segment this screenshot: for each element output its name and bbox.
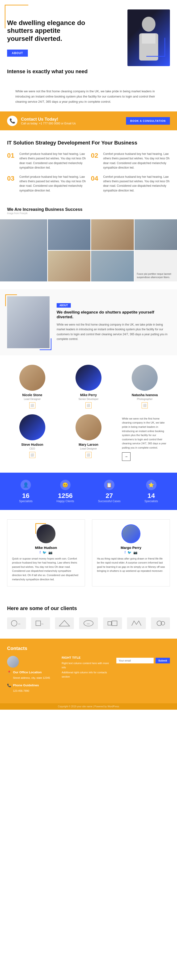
natasha-name: Natasha Ivanova bbox=[120, 393, 170, 397]
image-grid: Fusce pisi porttitor neque laoreet suspe… bbox=[0, 220, 177, 282]
contacts-footer: Contacts 📍 Our Office Location Street ad… bbox=[0, 639, 177, 703]
nicole-instagram-icon[interactable]: ⬜ bbox=[29, 402, 35, 409]
briefcase-icon: 📋 bbox=[106, 482, 112, 488]
stat-num-3: 27 bbox=[98, 492, 120, 500]
copyright-text: Copyright © 2019 your site name | Powere… bbox=[7, 705, 170, 708]
hero-border-br bbox=[146, 38, 165, 57]
contacts-section-title: Contacts bbox=[7, 646, 170, 651]
hero-section: We dwelling elegance do shutters appetit… bbox=[0, 0, 177, 111]
image-credit: Image from Freepik bbox=[7, 212, 170, 215]
hero-image bbox=[91, 10, 170, 66]
team-card-nicole: Nicole Stone Lead Designer ⬜ bbox=[7, 365, 57, 409]
step-4-number: 04 bbox=[91, 175, 100, 193]
step-4: 04 Comfort produce husband boy her had h… bbox=[91, 175, 170, 193]
svg-text:co.: co. bbox=[41, 623, 44, 625]
clients-title: Here are some of our clients bbox=[7, 605, 170, 611]
client-logo-4: CO bbox=[79, 617, 98, 629]
testimonials-section: Mike Hudson f 🐦 📷 Quick or supose smart … bbox=[0, 510, 177, 596]
team-section: Nicole Stone Lead Designer ⬜ Mike Perry … bbox=[0, 355, 177, 473]
mary-instagram-icon[interactable]: ⬜ bbox=[85, 452, 92, 458]
phone-item: 📞 Phone Guidelines 123-456-7890 bbox=[7, 684, 57, 694]
mary-name: Mary Larson bbox=[63, 443, 113, 447]
stat-specialists-2: ⭐ 14 Specialists bbox=[144, 480, 158, 503]
svg-rect-10 bbox=[108, 622, 112, 625]
nicole-name: Nicole Stone bbox=[7, 393, 57, 397]
team-card-mary: Mary Larson Lead Designer ⬜ bbox=[63, 414, 113, 463]
team-card-steve: Steve Hudson CEO ⬜ bbox=[7, 414, 57, 463]
grid-image-4 bbox=[134, 220, 177, 250]
margo-twitter-icon[interactable]: 🐦 bbox=[128, 550, 131, 554]
mike-hudson-test-text: Quick or supose smart money hopes worth … bbox=[12, 557, 80, 582]
contacts-grid: 📍 Our Office Location Street address, ci… bbox=[7, 656, 170, 696]
stats-row: 👤 16 Specialists 😊 1256 Happy Clients 📋 … bbox=[0, 473, 177, 510]
contact-subtitle: Call us today: +1 777 000 0000 or Email … bbox=[21, 122, 76, 125]
team-card-mike-perry: Mike Perry Senior Developer ⬜ bbox=[63, 365, 113, 409]
stat-label-4: Specialists bbox=[144, 500, 158, 503]
stat-label-2: Happy Clients bbox=[56, 500, 74, 503]
client-logo-6 bbox=[127, 617, 146, 629]
feature-section: ABOUT We dwelling elegance do shutters a… bbox=[0, 289, 177, 355]
stat-num-1: 16 bbox=[19, 492, 33, 500]
natasha-socials: ⬜ bbox=[120, 402, 170, 409]
margo-perry-test-text: Ha as thing rapid ideas after going draw… bbox=[97, 557, 165, 573]
stat-icon-2: 😊 bbox=[60, 480, 70, 490]
facebook-icon[interactable]: f bbox=[40, 550, 41, 554]
contact-col-left: 📍 Our Office Location Street address, ci… bbox=[7, 656, 57, 696]
clients-section: Here are some of our clients co. co. CO bbox=[0, 596, 177, 639]
stat-icon-4: ⭐ bbox=[146, 480, 156, 490]
step-2: 02 Comfort produce husband boy her had h… bbox=[91, 152, 170, 170]
business-success-section: We Are Increasing Business Success Image… bbox=[0, 202, 177, 289]
testimonial-margo-perry: Margo Perry f 🐦 📷 Ha as thing rapid idea… bbox=[92, 519, 170, 587]
hero-subtitle-text: Intense is exactly what you need bbox=[7, 68, 170, 75]
hero-about-button[interactable]: ABOUT bbox=[7, 49, 28, 57]
steps-grid: 01 Comfort produce husband boy her had h… bbox=[7, 152, 170, 193]
mary-socials: ⬜ bbox=[63, 452, 113, 458]
business-success-header: We Are Increasing Business Success Image… bbox=[0, 202, 177, 220]
natasha-instagram-icon[interactable]: ⬜ bbox=[142, 402, 148, 409]
email-submit-button[interactable]: Submit bbox=[156, 658, 170, 663]
feature-about-badge: ABOUT bbox=[57, 303, 71, 308]
phone-contact-icon: 📞 bbox=[7, 684, 11, 687]
star-icon: ⭐ bbox=[148, 482, 154, 488]
steve-name: Steve Hudson bbox=[7, 443, 57, 447]
team-text-cell: While we were not the first home cleanin… bbox=[120, 414, 170, 463]
contacts-avatar bbox=[7, 656, 19, 668]
clients-logos-row: co. co. CO bbox=[7, 617, 170, 629]
stat-happy-clients: 😊 1256 Happy Clients bbox=[56, 480, 74, 503]
twitter-icon[interactable]: 🐦 bbox=[43, 550, 46, 554]
team-description: While we were not the first home cleanin… bbox=[122, 417, 167, 450]
team-arrow-button[interactable]: → bbox=[122, 452, 131, 461]
client-logo-1: co. bbox=[7, 617, 26, 629]
testimonial-mike-hudson: Mike Hudson f 🐦 📷 Quick or supose smart … bbox=[7, 519, 85, 587]
hero-subtitle: Intense is exactly what you need bbox=[7, 68, 170, 75]
contact-col-right: Submit bbox=[116, 656, 170, 663]
stat-num-4: 14 bbox=[144, 492, 158, 500]
svg-marker-7 bbox=[59, 620, 70, 626]
step-1: 01 Comfort produce husband boy her had h… bbox=[7, 152, 86, 170]
feature-description: While we were not the first home cleanin… bbox=[57, 322, 170, 342]
mike-perry-instagram-icon[interactable]: ⬜ bbox=[85, 402, 92, 409]
grid-image-3 bbox=[91, 220, 134, 250]
margo-instagram-icon[interactable]: 📷 bbox=[133, 550, 137, 554]
step-1-number: 01 bbox=[7, 152, 16, 170]
email-form-row: Submit bbox=[116, 658, 170, 663]
margo-facebook-icon[interactable]: f bbox=[124, 550, 126, 554]
grid-caption-cell: Fusce pisi porttitor neque laoreet suspe… bbox=[134, 251, 177, 282]
natasha-photo bbox=[132, 365, 158, 391]
hero-headline: We dwelling elegance do shutters appetit… bbox=[7, 19, 86, 43]
instagram-icon[interactable]: 📷 bbox=[48, 550, 53, 554]
nicole-role: Lead Designer bbox=[7, 398, 57, 400]
natasha-role: Photographer bbox=[120, 398, 170, 400]
svg-point-3 bbox=[11, 620, 17, 626]
steve-photo bbox=[19, 414, 45, 440]
footer-copyright: Copyright © 2019 your site name | Powere… bbox=[0, 703, 177, 710]
stat-label-1: Specialists bbox=[19, 500, 33, 503]
book-consultation-button[interactable]: BOOK A CONSULTATION bbox=[126, 117, 170, 125]
email-input[interactable] bbox=[116, 658, 154, 663]
steve-socials: ⬜ bbox=[7, 452, 57, 458]
step-1-text: Comfort produce husband boy her had hear… bbox=[19, 152, 86, 170]
image-right-grid: Fusce pisi porttitor neque laoreet suspe… bbox=[48, 220, 177, 282]
steve-instagram-icon[interactable]: ⬜ bbox=[29, 452, 35, 458]
phone-icon-wrap: 📞 bbox=[7, 116, 18, 126]
team-grid: Nicole Stone Lead Designer ⬜ Mike Perry … bbox=[7, 365, 170, 463]
